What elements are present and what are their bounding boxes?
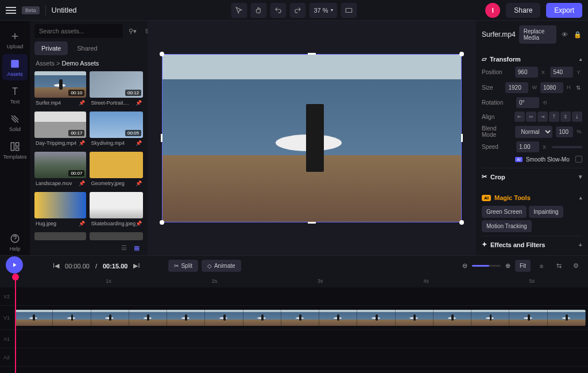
timeline-zoom-slider[interactable] — [472, 265, 501, 267]
link-icon[interactable]: ⇅ — [574, 81, 582, 94]
split-button[interactable]: ✂Split — [168, 260, 198, 272]
breadcrumb[interactable]: Assets > Demo Assets — [30, 55, 148, 71]
align-center-h-icon[interactable]: ⇔ — [526, 111, 536, 122]
align-top-icon[interactable]: ⤒ — [549, 111, 559, 122]
settings-icon[interactable]: ⚙ — [570, 260, 582, 272]
resize-handle[interactable] — [459, 220, 464, 225]
timeline[interactable]: 1s 2s 3s 4s 5s V2 V1 ▫ Surfer.mp4 A1 A2 — [0, 276, 588, 373]
pos-x-input[interactable] — [515, 67, 538, 78]
pin-icon[interactable]: 📌 — [136, 180, 142, 186]
lock-icon[interactable]: 🔒 — [573, 28, 582, 41]
pin-icon[interactable]: 📌 — [79, 140, 85, 146]
track-a1[interactable]: A1 — [0, 330, 588, 348]
asset-item[interactable]: 00:07Landscape.mov📌 — [34, 152, 86, 189]
asset-item[interactable]: 00:10Surfer.mp4📌 — [34, 71, 86, 108]
zoom-out-icon[interactable]: ⊖ — [462, 262, 467, 270]
zoom-dropdown[interactable]: 37 % ▾ — [309, 3, 337, 18]
resize-handle[interactable] — [459, 52, 464, 56]
timeline-opt1-icon[interactable]: ≡ — [535, 260, 548, 272]
asset-item[interactable]: Geometry.jpeg📌 — [90, 152, 143, 189]
undo-icon[interactable] — [270, 3, 286, 18]
align-center-v-icon[interactable]: ⇕ — [560, 111, 571, 122]
sidebar-item-text[interactable]: Text — [2, 82, 28, 108]
sidebar-item-assets[interactable]: Assets — [2, 54, 28, 80]
track-v2[interactable]: V2 — [0, 287, 588, 306]
align-bottom-icon[interactable]: ⤓ — [572, 111, 582, 122]
asset-item[interactable]: Skateboarding.jpeg📌 — [90, 192, 143, 229]
asset-item[interactable] — [34, 232, 86, 240]
resize-handle[interactable] — [160, 52, 164, 56]
sidebar-item-templates[interactable]: Templates — [2, 137, 28, 163]
green-screen-button[interactable]: Green Screen — [482, 206, 527, 218]
motion-tracking-button[interactable]: Motion Tracking — [482, 220, 532, 232]
resize-handle[interactable] — [160, 220, 164, 225]
effects-section-header[interactable]: ✦Effects and Filters+ — [482, 236, 582, 253]
user-avatar[interactable]: I — [485, 3, 500, 18]
hand-tool-icon[interactable] — [250, 3, 266, 18]
replace-media-button[interactable]: Replace Media — [519, 25, 557, 44]
pos-y-input[interactable] — [550, 67, 573, 78]
project-title[interactable]: Untitled — [52, 6, 77, 14]
align-left-icon[interactable]: ⇤ — [514, 111, 525, 122]
search-input[interactable] — [34, 24, 123, 38]
hamburger-icon[interactable] — [6, 5, 16, 16]
fit-button[interactable]: Fit — [515, 260, 531, 272]
height-input[interactable] — [540, 82, 563, 93]
duration: 00:15.00 — [103, 263, 127, 270]
prev-frame-icon[interactable]: I◀ — [53, 262, 59, 270]
track-a2[interactable]: A2 — [0, 348, 588, 367]
canvas[interactable] — [148, 21, 476, 255]
animate-button[interactable]: ◇Animate — [202, 260, 241, 272]
transform-section-header[interactable]: ▱ Transform▴ — [482, 53, 582, 65]
pin-icon[interactable]: 📌 — [79, 180, 85, 186]
share-button[interactable]: Share — [506, 3, 540, 18]
next-frame-icon[interactable]: ▶I — [133, 262, 140, 270]
sidebar-item-help[interactable]: Help — [2, 229, 28, 255]
magic-tools-header[interactable]: AI Magic Tools▴ — [482, 192, 582, 203]
aspect-icon[interactable] — [341, 3, 357, 18]
timeline-clip[interactable]: ▫ Surfer.mp4 — [15, 310, 586, 326]
playhead[interactable] — [15, 276, 16, 373]
asset-item[interactable]: 00:05Skydiving.mp4📌 — [90, 111, 143, 148]
pin-icon[interactable]: 📌 — [79, 221, 85, 226]
filter-icon[interactable]: ⚲▾ — [126, 25, 139, 37]
pin-icon[interactable]: 📌 — [136, 221, 142, 226]
tab-private[interactable]: Private — [34, 41, 68, 55]
opacity-input[interactable] — [556, 126, 573, 137]
rotation-input[interactable] — [516, 97, 539, 108]
timeline-ruler[interactable]: 1s 2s 3s 4s 5s — [0, 276, 588, 287]
export-button[interactable]: Export — [546, 3, 582, 18]
pointer-tool-icon[interactable] — [231, 3, 247, 18]
redo-icon[interactable] — [289, 3, 305, 18]
resize-edge[interactable] — [461, 134, 463, 142]
pin-icon[interactable]: 📌 — [79, 100, 85, 106]
asset-item[interactable]: Hug.jpeg📌 — [34, 192, 86, 229]
visibility-icon[interactable]: 👁 — [560, 28, 569, 41]
grid-view-icon[interactable]: ▦ — [131, 243, 142, 253]
resize-edge[interactable] — [308, 222, 316, 224]
timeline-opt2-icon[interactable]: ⇆ — [552, 260, 565, 272]
speed-input[interactable] — [516, 141, 539, 152]
asset-item[interactable]: 00:12Street-Portrait....📌 — [90, 71, 143, 108]
zoom-in-icon[interactable]: ⊕ — [505, 262, 510, 270]
asset-item[interactable]: 00:17Day-Tripping.mp4📌 — [34, 111, 86, 148]
slowmo-checkbox[interactable] — [575, 156, 582, 163]
selected-clip-frame[interactable] — [162, 54, 462, 222]
track-v1[interactable]: V1 ▫ Surfer.mp4 — [0, 306, 588, 330]
pin-icon[interactable]: 📌 — [136, 140, 142, 146]
speed-slider[interactable] — [552, 146, 582, 148]
play-button[interactable] — [6, 256, 23, 274]
crop-section-header[interactable]: ✂Crop▾ — [482, 168, 582, 185]
tab-shared[interactable]: Shared — [70, 41, 104, 55]
list-view-icon[interactable]: ☰ — [119, 243, 129, 253]
inpainting-button[interactable]: Inpainting — [529, 206, 563, 218]
resize-edge[interactable] — [161, 134, 163, 142]
resize-edge[interactable] — [308, 53, 316, 55]
align-right-icon[interactable]: ⇥ — [537, 111, 548, 122]
width-input[interactable] — [505, 82, 528, 93]
blend-mode-select[interactable]: Normal — [515, 126, 552, 138]
asset-item[interactable] — [90, 232, 143, 240]
pin-icon[interactable]: 📌 — [136, 100, 142, 106]
sidebar-item-solid[interactable]: Solid — [2, 109, 28, 136]
sidebar-item-upload[interactable]: Upload — [2, 26, 28, 53]
